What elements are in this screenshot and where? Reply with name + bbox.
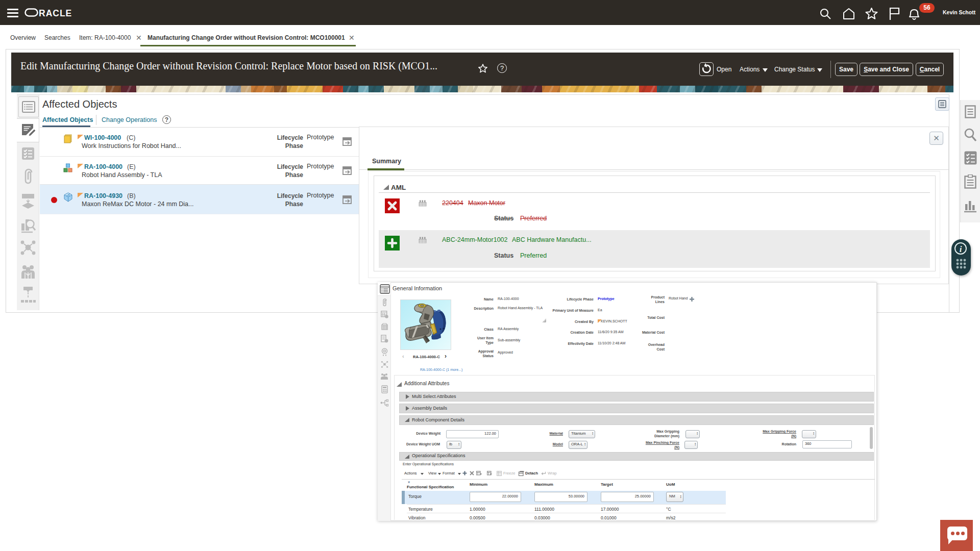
svg-text:RACLE: RACLE xyxy=(39,8,72,17)
